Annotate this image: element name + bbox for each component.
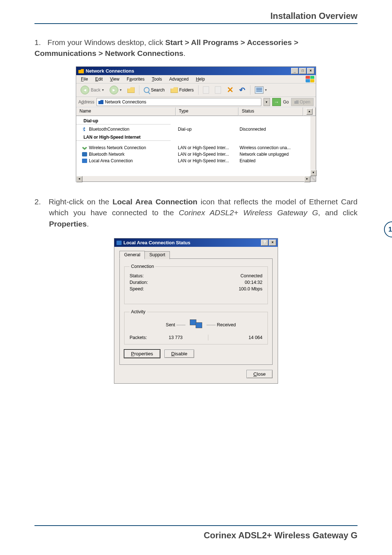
header-rule (34, 23, 358, 24)
row-lan-type: LAN or High-Speed Inter... (178, 158, 240, 163)
address-input[interactable]: Network Connections (97, 98, 261, 106)
row-wireless[interactable]: Wireless Network Connection LAN or High-… (76, 144, 316, 151)
step-1-number: 1. (34, 37, 45, 48)
scroll-right-button[interactable]: ▸ (304, 176, 310, 182)
close-button[interactable]: Close (246, 370, 273, 378)
window-titlebar[interactable]: Network Connections _ □ × (76, 67, 316, 75)
sent-label: Sent —— (142, 322, 185, 327)
dialog-title: Local Area Connection Status (123, 240, 190, 245)
horizontal-scrollbar[interactable]: ◂ ▸ (76, 176, 310, 181)
footer-title: Corinex ADSL2+ Wireless Gateway G (204, 530, 358, 540)
moveto-icon (203, 86, 209, 94)
maximize-button[interactable]: □ (299, 68, 306, 74)
menu-advanced[interactable]: Advanced (166, 76, 192, 82)
search-icon (144, 87, 150, 93)
menu-favorites[interactable]: Favorites (123, 76, 148, 82)
dialog-titlebar[interactable]: Local Area Connection Status ? × (114, 238, 278, 247)
up-button[interactable] (125, 86, 137, 94)
help-button[interactable]: ? (261, 240, 268, 246)
wifi-icon (82, 146, 87, 150)
network-connections-window: Network Connections _ □ × File Edit View… (76, 66, 316, 182)
speed-label: Speed: (130, 286, 144, 291)
connection-status-dialog: Local Area Connection Status ? × General… (114, 238, 278, 384)
delete-x-icon: ✕ (227, 87, 233, 93)
moveto-button[interactable] (201, 85, 211, 95)
back-arrow-icon: ◄ (81, 86, 89, 94)
forward-dropdown-icon: ▾ (120, 88, 122, 92)
go-button[interactable]: → (272, 98, 281, 106)
packets-sent-value: 13 773 (154, 335, 197, 340)
menu-help[interactable]: Help (193, 76, 208, 82)
row-wifi-type: LAN or High-Speed Inter... (178, 145, 240, 150)
toolbar-separator-2 (198, 85, 199, 95)
toolbar: ◄ Back ▾ ► ▾ Search Folders (76, 83, 316, 97)
open-folder-icon (294, 100, 299, 104)
address-folder-icon (98, 100, 103, 104)
menu-tools[interactable]: Tools (148, 76, 165, 82)
group-lan: LAN or High-Speed Internet (76, 132, 171, 141)
scroll-left-button[interactable]: ◂ (76, 176, 82, 182)
tab-general[interactable]: General (119, 251, 145, 259)
windows-logo-icon (306, 76, 314, 82)
folders-label: Folders (179, 87, 194, 93)
views-button[interactable]: ▾ (253, 85, 269, 95)
bluetooth-icon (82, 127, 87, 131)
row-btn-type: LAN or High-Speed Inter... (178, 152, 240, 157)
scroll-down-button[interactable]: ▾ (310, 170, 317, 176)
address-dropdown-button[interactable]: ▾ (264, 98, 270, 106)
address-label: Address (78, 99, 94, 105)
folder-icon (78, 69, 84, 73)
activity-monitors-icon (189, 319, 203, 330)
resize-grip[interactable] (310, 176, 316, 181)
undo-icon: ↶ (239, 87, 246, 93)
address-bar: Address Network Connections ▾ → Go Open (76, 97, 316, 107)
scroll-up-button[interactable]: ▴ (306, 109, 313, 115)
row-bt-status: Disconnected (240, 127, 303, 132)
delete-button[interactable]: ✕ (225, 86, 236, 94)
step-1: 1. From your Windows desktop, click Star… (34, 37, 358, 59)
col-type[interactable]: Type (176, 107, 238, 116)
step1-prefix: From your Windows desktop, click (48, 38, 165, 46)
menu-edit[interactable]: Edit (92, 76, 106, 82)
row-lan-status: Enabled (240, 158, 303, 163)
speed-value: 100.0 Mbps (239, 286, 262, 291)
forward-arrow-icon: ► (110, 86, 118, 94)
menu-file[interactable]: File (78, 76, 91, 82)
menu-view[interactable]: View (107, 76, 123, 82)
status-label: Status: (130, 273, 144, 278)
step2-i1: Corinex ADSL2+ Wireless Gateway G (179, 208, 318, 217)
vertical-scrollbar[interactable]: ▾ (310, 116, 316, 176)
toolbar-separator-3 (250, 85, 250, 95)
dialog-close-button[interactable]: × (269, 240, 276, 246)
col-status[interactable]: Status (238, 107, 303, 116)
row-bluetooth-network[interactable]: Bluetooth Network LAN or High-Speed Inte… (76, 151, 316, 158)
undo-button[interactable]: ↶ (237, 86, 248, 94)
open-button[interactable]: Open (291, 98, 314, 106)
search-button[interactable]: Search (142, 86, 167, 94)
col-scroll: ▴ (303, 107, 316, 116)
packets-divider (208, 335, 208, 340)
disable-button[interactable]: Disable (164, 350, 194, 358)
close-button[interactable]: × (307, 68, 314, 74)
page-number-badge: 15 (384, 221, 392, 237)
folders-button[interactable]: Folders (168, 86, 196, 94)
minimize-button[interactable]: _ (291, 68, 298, 74)
views-icon (255, 86, 264, 94)
status-value: Connected (241, 273, 262, 278)
copyto-button[interactable] (213, 85, 223, 95)
col-name[interactable]: Name (76, 107, 176, 116)
page-header-title: Installation Overview (34, 11, 358, 21)
tab-support[interactable]: Support (144, 251, 170, 259)
step2-t3: , and click (318, 208, 358, 217)
folders-icon (171, 87, 178, 93)
row-wifi-name: Wireless Network Connection (89, 145, 146, 150)
properties-button[interactable]: Properties (124, 350, 160, 358)
row-local-area-connection[interactable]: Local Area Connection LAN or High-Speed … (76, 158, 316, 164)
activity-legend: Activity (130, 309, 147, 314)
copyto-icon (215, 86, 221, 94)
row-btn-status: Network cable unplugged (240, 152, 303, 157)
packets-label: Packets: (130, 335, 147, 340)
row-bluetooth-connection[interactable]: BluetoothConnection Dial-up Disconnected (76, 126, 316, 132)
forward-button[interactable]: ► ▾ (107, 85, 124, 95)
back-button[interactable]: ◄ Back ▾ (78, 85, 106, 95)
